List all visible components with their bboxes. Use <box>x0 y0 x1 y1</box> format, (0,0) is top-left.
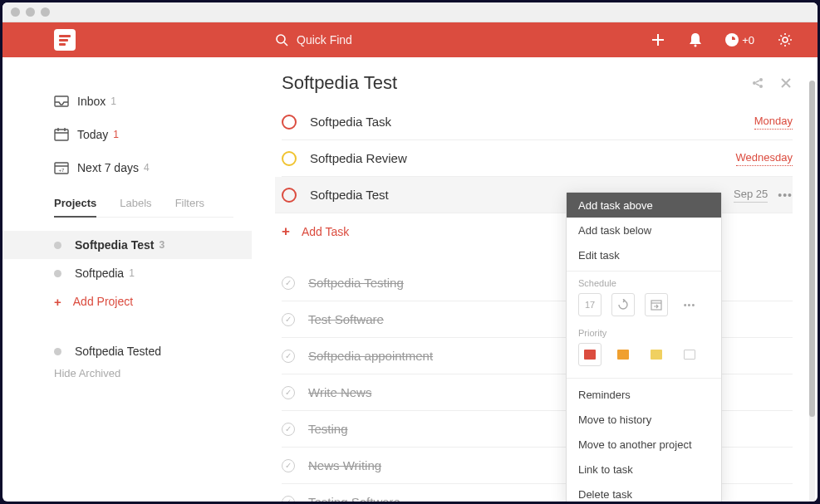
project-count: 1 <box>129 267 135 279</box>
menu-priority-header: Priority <box>567 325 721 343</box>
task-label: Softpedia appointment <box>308 349 433 363</box>
task-checkbox-done[interactable]: ✓ <box>282 386 295 399</box>
project-color-dot <box>54 270 61 277</box>
search-input[interactable]: Quick Find <box>275 33 352 46</box>
traffic-minimize[interactable] <box>26 7 35 17</box>
svg-point-14 <box>753 81 756 85</box>
menu-delete-task[interactable]: Delete task <box>567 482 721 502</box>
add-project-button[interactable]: + Add Project <box>2 287 252 316</box>
menu-add-task-above[interactable]: Add task above <box>567 193 721 218</box>
schedule-calendar-button[interactable] <box>645 293 668 316</box>
archived-project-label: Softpedia Tested <box>75 345 161 358</box>
project-color-dot <box>54 242 61 249</box>
sidebar-tabs: Projects Labels Filters <box>54 190 233 218</box>
task-row[interactable]: Softpedia Task Monday <box>282 104 793 140</box>
archived-project-item[interactable]: Softpedia Tested <box>54 339 252 364</box>
flag-yellow-icon <box>651 350 662 360</box>
traffic-close[interactable] <box>11 7 20 17</box>
svg-text:+7: +7 <box>59 168 66 173</box>
task-label: Softpedia Task <box>310 115 391 129</box>
menu-link-task[interactable]: Link to task <box>567 457 721 482</box>
inbox-icon <box>54 95 69 107</box>
task-label: News Writing <box>308 458 381 472</box>
karma-icon <box>725 33 739 46</box>
hide-archived-link[interactable]: Hide Archived <box>54 367 252 379</box>
calendar-arrow-icon <box>651 299 662 311</box>
scrollbar[interactable] <box>809 81 815 502</box>
calendar-week-icon: +7 <box>54 161 69 174</box>
sidebar-item-label: Today <box>77 128 108 141</box>
priority-3-button[interactable] <box>645 343 668 366</box>
task-due-date[interactable]: Sep 25 <box>734 188 768 203</box>
tab-labels[interactable]: Labels <box>120 190 151 217</box>
svg-point-0 <box>277 35 285 43</box>
svg-point-16 <box>759 85 763 88</box>
task-label: Softpedia Test <box>310 188 389 202</box>
menu-add-task-below[interactable]: Add task below <box>567 218 721 242</box>
task-row[interactable]: Softpedia Review Wednesday <box>282 140 793 177</box>
task-checkbox-done[interactable]: ✓ <box>282 423 295 436</box>
app-logo[interactable] <box>54 29 76 51</box>
karma-indicator[interactable]: +0 <box>725 33 754 46</box>
menu-move-project[interactable]: Move to another project <box>567 432 721 457</box>
calendar-today-icon <box>54 128 69 141</box>
task-checkbox-done[interactable]: ✓ <box>282 496 295 502</box>
traffic-zoom[interactable] <box>41 7 50 17</box>
menu-move-history[interactable]: Move to history <box>567 407 721 432</box>
tab-projects[interactable]: Projects <box>54 190 96 218</box>
project-item[interactable]: Softpedia 1 <box>2 259 252 287</box>
add-project-label: Add Project <box>73 295 133 308</box>
project-settings-icon[interactable] <box>779 76 793 90</box>
priority-1-button[interactable] <box>578 343 601 366</box>
project-item[interactable]: Softpedia Test 3 <box>2 231 252 259</box>
task-checkbox-done[interactable]: ✓ <box>282 350 295 363</box>
task-checkbox[interactable] <box>282 188 297 203</box>
sidebar: Inbox 1 Today 1 +7 Next 7 days 4 Project… <box>2 57 252 502</box>
schedule-date-button[interactable]: 17 <box>578 293 601 316</box>
tab-filters[interactable]: Filters <box>175 190 204 217</box>
task-label: Testing Software <box>308 495 400 502</box>
project-label: Softpedia Test <box>75 238 154 252</box>
priority-4-button[interactable] <box>678 343 701 366</box>
dots-icon: ••• <box>684 300 696 310</box>
menu-edit-task[interactable]: Edit task <box>567 242 721 267</box>
search-placeholder: Quick Find <box>297 33 352 46</box>
svg-point-15 <box>759 78 763 81</box>
svg-line-17 <box>756 81 759 82</box>
task-checkbox[interactable] <box>282 115 297 130</box>
task-checkbox[interactable] <box>282 151 297 166</box>
task-context-menu: Add task above Add task below Edit task … <box>566 192 722 502</box>
repeat-icon <box>617 299 629 311</box>
svg-point-4 <box>695 45 697 47</box>
notifications-icon[interactable] <box>689 32 702 47</box>
share-icon[interactable] <box>751 76 764 90</box>
schedule-more-button[interactable]: ••• <box>678 293 701 316</box>
task-checkbox-done[interactable]: ✓ <box>282 459 295 472</box>
sidebar-item-inbox[interactable]: Inbox 1 <box>2 87 252 115</box>
sidebar-item-next7days[interactable]: +7 Next 7 days 4 <box>2 154 252 182</box>
task-more-icon[interactable]: ••• <box>778 188 793 202</box>
task-checkbox-done[interactable]: ✓ <box>282 276 295 290</box>
scrollbar-thumb[interactable] <box>809 81 815 417</box>
schedule-repeat-button[interactable] <box>611 293 635 316</box>
flag-orange-icon <box>617 350 629 360</box>
sidebar-item-count: 1 <box>110 95 116 107</box>
task-due-date[interactable]: Wednesday <box>736 151 793 166</box>
search-icon <box>275 33 288 46</box>
add-task-icon[interactable] <box>651 32 665 47</box>
sidebar-item-today[interactable]: Today 1 <box>2 120 252 149</box>
priority-2-button[interactable] <box>611 343 635 366</box>
menu-reminders[interactable]: Reminders <box>567 382 721 407</box>
settings-icon[interactable] <box>778 32 793 47</box>
plus-icon: + <box>54 295 61 309</box>
menu-separator <box>567 378 721 379</box>
task-label: Testing <box>308 422 348 436</box>
task-label: Softpedia Testing <box>308 276 404 290</box>
sidebar-item-count: 4 <box>144 162 150 174</box>
flag-red-icon <box>584 350 596 360</box>
page-title: Softpedia Test <box>282 72 397 94</box>
task-due-date[interactable]: Monday <box>754 115 793 130</box>
karma-value: +0 <box>742 34 754 46</box>
main-content: Softpedia Test Softpedia Task Monday Sof… <box>252 57 818 502</box>
task-checkbox-done[interactable]: ✓ <box>282 313 295 326</box>
